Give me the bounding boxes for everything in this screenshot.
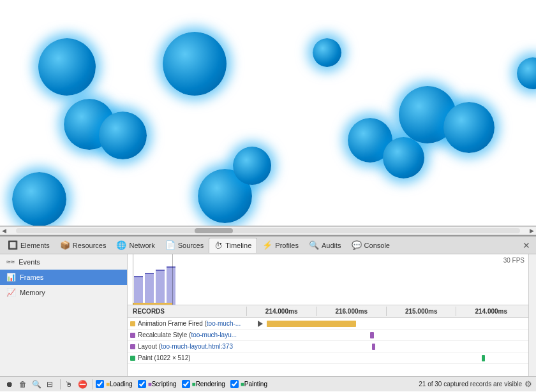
time-col-3: 215.000ms (386, 307, 456, 316)
bubble (383, 137, 424, 178)
bubble (163, 32, 227, 96)
sidebar-memory-label: Memory (20, 289, 45, 296)
record-link[interactable]: too-much-layout.html:373 (161, 343, 233, 350)
table-row: Animation Frame Fired (too-much-... (128, 318, 528, 330)
scrollbar-thumb[interactable] (195, 228, 233, 233)
record-bar (482, 355, 485, 361)
record-color-dot (130, 321, 135, 326)
sources-icon: 📄 (165, 240, 175, 250)
sidebar-item-memory[interactable]: 📈 Memory (0, 285, 127, 300)
filter-rendering-checkbox[interactable] (182, 380, 190, 388)
records-area: Animation Frame Fired (too-much-...Recal… (128, 318, 528, 376)
tab-timeline[interactable]: ⏱ Timeline (209, 238, 257, 253)
search-button[interactable]: 🔍 (31, 379, 42, 390)
network-icon: 🌐 (116, 240, 126, 250)
record-link[interactable]: too-much-layu... (191, 331, 237, 338)
resources-icon: 📦 (60, 240, 70, 250)
record-color-dot (130, 333, 135, 338)
record-color-dot (130, 356, 135, 361)
stop-button[interactable]: ⛔ (77, 379, 88, 390)
tab-elements-label: Elements (20, 242, 50, 249)
tab-console[interactable]: 💬 Console (346, 238, 395, 253)
sidebar-item-events[interactable]: ≈≈ Events (0, 254, 127, 270)
frames-icon: 📊 (6, 273, 16, 282)
clear-button[interactable]: 🗑 (17, 379, 29, 390)
devtools-body: ≈≈ Events 📊 Frames 📈 Memory 30 FPS (0, 254, 536, 376)
tab-audits[interactable]: 🔍 Audits (304, 238, 346, 253)
expand-triangle[interactable] (258, 321, 263, 327)
filter-loading-checkbox[interactable] (96, 380, 104, 388)
filter-painting-label: Painting (244, 381, 267, 388)
record-text: Paint (1022 × 512) (138, 354, 191, 361)
timeline-vline (172, 254, 173, 305)
record-bar-area (255, 330, 528, 340)
filter-loading[interactable]: ■ Loading (96, 380, 133, 388)
filter-painting[interactable]: ■ Painting (230, 380, 267, 388)
record-label: Recalculate Style (too-much-layu... (128, 330, 255, 340)
bubble (233, 147, 271, 185)
time-col-4: 214.000ms (456, 307, 526, 316)
select-button[interactable]: 🖱 (63, 379, 75, 390)
tab-console-label: Console (364, 242, 390, 249)
audits-icon: 🔍 (309, 240, 319, 250)
settings-icon[interactable]: ⚙ (525, 379, 532, 389)
scroll-left-btn[interactable]: ◀ (0, 228, 8, 234)
toolbar-sep-2 (93, 379, 93, 389)
tab-sources-label: Sources (178, 242, 204, 249)
timeline-vline (133, 254, 133, 305)
frame-bar (134, 276, 143, 305)
sidebar-events-label: Events (19, 258, 40, 266)
filter-scripting-label: Scripting (152, 381, 177, 388)
record-button[interactable]: ⏺ (4, 379, 15, 390)
filter-scripting-checkbox[interactable] (138, 380, 146, 388)
filter-loading-label: Loading (110, 381, 133, 388)
table-row: Paint (1022 × 512) (128, 352, 528, 364)
timeline-selection-line (133, 303, 172, 305)
filter-rendering[interactable]: ■ Rendering (182, 380, 225, 388)
memory-icon: 📈 (6, 288, 16, 297)
table-row: Recalculate Style (too-much-layu... (128, 330, 528, 341)
timeline-area: 30 FPS RECORDS 214.000ms 216.000ms 215.0… (128, 254, 528, 376)
time-col-1: 214.000ms (246, 307, 316, 316)
frame-bar (156, 270, 165, 305)
devtools-panel: 🔲 Elements 📦 Resources 🌐 Network 📄 Sourc… (0, 235, 536, 391)
bubble (517, 57, 536, 89)
record-bar (372, 344, 375, 350)
tab-sources[interactable]: 📄 Sources (160, 238, 209, 253)
filter-painting-checkbox[interactable] (230, 380, 239, 388)
scrollbar-track[interactable] (16, 228, 520, 233)
toolbar-sep-1 (60, 379, 61, 389)
tab-profiles-label: Profiles (275, 242, 299, 249)
records-header: RECORDS 214.000ms 216.000ms 215.000ms 21… (128, 305, 528, 318)
record-bar-area (255, 318, 528, 329)
profiles-icon: ⚡ (262, 240, 272, 250)
record-bar-area (255, 352, 528, 363)
records-header-label: RECORDS (130, 307, 246, 316)
records-header-text: RECORDS (133, 308, 165, 315)
scroll-right-btn[interactable]: ▶ (528, 228, 536, 234)
tab-elements[interactable]: 🔲 Elements (3, 238, 55, 253)
tab-resources[interactable]: 📦 Resources (55, 238, 112, 253)
filter-button[interactable]: ⊟ (44, 379, 56, 390)
right-scrollbar[interactable] (528, 254, 536, 376)
tab-audits-label: Audits (322, 242, 341, 249)
tab-network[interactable]: 🌐 Network (111, 238, 160, 253)
tab-resources-label: Resources (73, 242, 107, 249)
record-bar (370, 332, 374, 338)
frames-container (128, 254, 528, 305)
frame-bar (167, 266, 175, 305)
devtools-tab-bar: 🔲 Elements 📦 Resources 🌐 Network 📄 Sourc… (0, 236, 536, 254)
console-icon: 💬 (352, 240, 362, 250)
record-link[interactable]: too-much-... (207, 320, 241, 327)
record-bar (267, 321, 356, 327)
horizontal-scrollbar[interactable]: ◀ ▶ (0, 226, 536, 235)
tab-profiles[interactable]: ⚡ Profiles (257, 238, 304, 253)
timeline-icon: ⏱ (214, 241, 223, 250)
filter-scripting[interactable]: ■ Scripting (138, 380, 177, 388)
devtools-close-btn[interactable]: ✕ (519, 239, 533, 252)
bubble (99, 112, 147, 159)
events-icon: ≈≈ (6, 258, 15, 266)
sidebar-item-frames[interactable]: 📊 Frames (0, 270, 127, 285)
tab-network-label: Network (129, 242, 154, 249)
tab-timeline-label: Timeline (225, 242, 251, 249)
